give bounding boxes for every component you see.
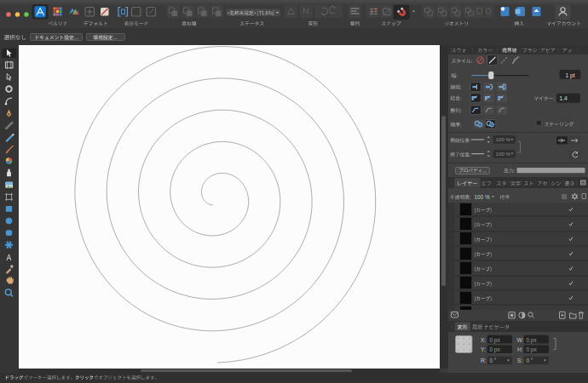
svg-text:X:: X: (481, 337, 486, 343)
svg-text:100 %: 100 % (496, 136, 511, 142)
svg-text:R:: R: (481, 357, 487, 363)
svg-text:0 px: 0 px (527, 337, 538, 344)
svg-text:0 px: 0 px (490, 346, 501, 353)
svg-text:Y:: Y: (481, 346, 486, 352)
svg-text:1 pt: 1 pt (566, 72, 575, 79)
svg-text:H:: H: (517, 346, 523, 352)
svg-text:0 °: 0 ° (490, 357, 497, 363)
svg-text:100 %: 100 % (475, 194, 490, 200)
svg-text:0 px: 0 px (490, 337, 501, 344)
svg-text:W:: W: (517, 337, 524, 343)
svg-text:S:: S: (517, 357, 522, 363)
svg-text:100 %: 100 % (496, 151, 511, 157)
svg-text:1.4: 1.4 (560, 95, 568, 101)
svg-text:0 px: 0 px (527, 346, 538, 353)
svg-text:0 °: 0 ° (527, 357, 533, 363)
